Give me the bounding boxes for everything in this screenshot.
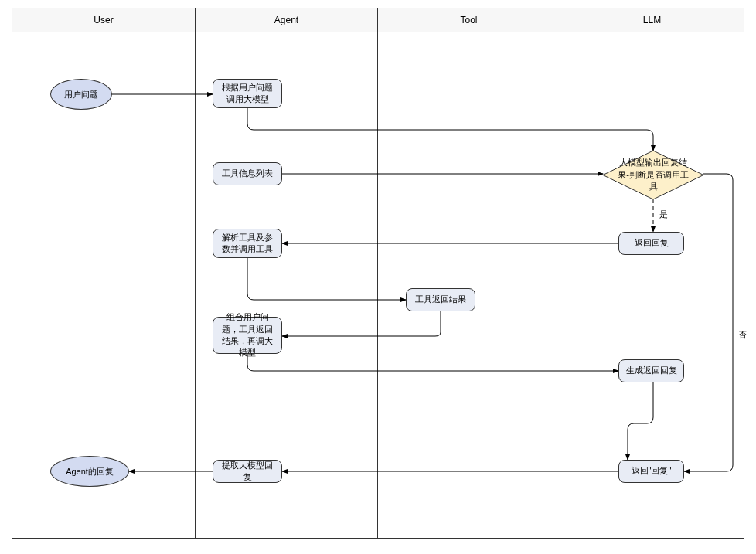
lane-body-tool (377, 32, 560, 539)
node-label: 组合用户问题，工具返回结果，再调大模型 (218, 311, 277, 359)
lane-header-llm: LLM (560, 8, 744, 32)
node-gen-reply: 生成返回回复 (618, 359, 684, 382)
node-label: 根据用户问题调用大模型 (218, 82, 277, 106)
node-return-reply2: 返回"回复" (618, 460, 684, 483)
lane-label: User (94, 15, 113, 25)
node-label: Agent的回复 (66, 466, 114, 478)
swimlane-diagram: User Agent Tool LLM (12, 8, 744, 546)
node-label: 提取大模型回复 (218, 460, 277, 484)
node-label: 返回回复 (635, 237, 669, 249)
node-label: 工具返回结果 (415, 294, 466, 305)
node-label: 用户问题 (64, 89, 98, 100)
edge-label-no: 否 (737, 329, 748, 341)
node-tool-info-list: 工具信息列表 (213, 162, 282, 185)
lane-header-tool: Tool (377, 8, 560, 32)
edge-label-yes: 是 (658, 209, 669, 220)
node-invoke-llm: 根据用户问题调用大模型 (213, 79, 282, 108)
node-agent-response: Agent的回复 (50, 456, 129, 487)
node-label: 大模型输出回复结果-判断是否调用工具 (603, 157, 703, 192)
node-parse-invoke-tool: 解析工具及参数并调用工具 (213, 229, 282, 258)
lane-label: LLM (643, 15, 661, 25)
node-extract-reply: 提取大模型回复 (213, 460, 282, 483)
node-decision: 大模型输出回复结果-判断是否调用工具 (603, 151, 703, 199)
node-label: 工具信息列表 (222, 168, 273, 179)
node-label: 生成返回回复 (626, 365, 677, 376)
node-return-reply: 返回回复 (618, 232, 684, 255)
node-label: 解析工具及参数并调用工具 (218, 232, 277, 256)
node-label: 返回"回复" (632, 465, 672, 477)
node-tool-result: 工具返回结果 (406, 288, 475, 311)
lane-header-agent: Agent (195, 8, 378, 32)
lane-label: Agent (274, 15, 298, 25)
node-combine-reinvoke: 组合用户问题，工具返回结果，再调大模型 (213, 317, 282, 354)
lane-header-user: User (12, 8, 196, 32)
lane-label: Tool (460, 15, 477, 25)
node-user-question: 用户问题 (50, 79, 112, 110)
